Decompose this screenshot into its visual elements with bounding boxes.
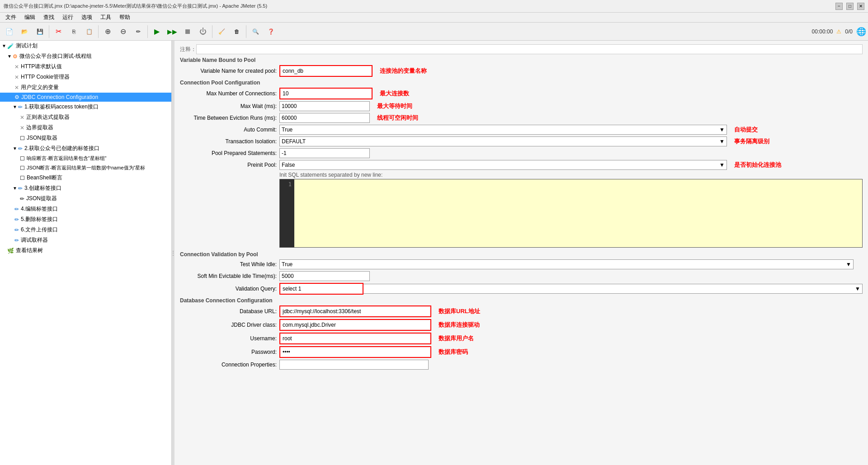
- sql-content[interactable]: [294, 179, 862, 247]
- toolbar-time-area: 00:00:00 ⚠ 0/0 🌐: [812, 27, 866, 37]
- copy-icon: ⎘: [72, 28, 75, 35]
- validation-query-dropdown-btn[interactable]: ▼: [363, 284, 863, 294]
- start-icon: ▶: [154, 27, 160, 36]
- variable-created-input[interactable]: [281, 66, 371, 75]
- transaction-dropdown[interactable]: DEFAULT ▼: [279, 136, 727, 146]
- restore-button[interactable]: □: [846, 3, 854, 10]
- open-button[interactable]: 📂: [17, 24, 32, 39]
- menu-find[interactable]: 查找: [40, 13, 58, 22]
- max-connections-annotation: 最大连接数: [380, 89, 409, 98]
- sidebar-item-regex-extractor[interactable]: ✕ 正则表达式提取器: [0, 112, 171, 122]
- sidebar-item-view-results[interactable]: 🌿 查看结果树: [0, 245, 171, 256]
- password-input[interactable]: [281, 348, 430, 357]
- sidebar-item-jdbc-config[interactable]: ⚙ JDBC Connection Configuration: [0, 93, 171, 102]
- max-wait-label: Max Wait (ms):: [180, 103, 279, 109]
- sidebar-item-edit-tag[interactable]: ✏ 4.编辑标签接口: [0, 204, 171, 214]
- shutdown-button[interactable]: ⏻: [196, 24, 210, 39]
- soft-min-input[interactable]: [279, 271, 370, 281]
- save-button[interactable]: 💾: [33, 24, 47, 39]
- time-between-input[interactable]: [279, 113, 370, 123]
- sidebar-item-test-plan[interactable]: ▼ 🧪 测试计划: [0, 41, 171, 51]
- auto-commit-dropdown[interactable]: True ▼: [279, 125, 727, 135]
- sidebar-label-test-plan: 测试计划: [16, 42, 38, 50]
- menu-tools[interactable]: 工具: [97, 13, 115, 22]
- collapse-button[interactable]: ⊖: [116, 24, 130, 39]
- sidebar-label-json-extractor1: JSON提取器: [27, 134, 57, 142]
- sidebar-item-json-extractor1[interactable]: ☐ JSON提取器: [0, 133, 171, 143]
- sidebar-label-debug-sampler: 调试取样器: [21, 236, 48, 244]
- menu-file[interactable]: 文件: [2, 13, 20, 22]
- sidebar-item-upload[interactable]: ✏ 6.文件上传接口: [0, 225, 171, 235]
- http-defaults-icon: ✕: [14, 64, 19, 70]
- username-input[interactable]: [281, 334, 430, 343]
- test-while-idle-value: True: [282, 261, 292, 268]
- jdbc-driver-input[interactable]: [281, 320, 430, 329]
- clear-button[interactable]: 🧹: [214, 24, 229, 39]
- stop-button[interactable]: ⏹: [180, 24, 195, 39]
- sidebar-item-beanshell[interactable]: ☐ BeanShell断言: [0, 173, 171, 183]
- pool-prepared-input[interactable]: [279, 148, 370, 158]
- validation-query-input[interactable]: [281, 284, 362, 293]
- max-wait-input[interactable]: [279, 101, 370, 111]
- conn-properties-input[interactable]: [279, 360, 429, 370]
- db-url-row: Database URL: 数据库URL地址: [180, 305, 863, 317]
- soft-min-label: Soft Min Evictable Idle Time(ms):: [180, 273, 279, 279]
- menu-edit[interactable]: 编辑: [21, 13, 39, 22]
- sidebar-item-assert-stars[interactable]: ☐ 响应断言-断言返回结果包含"星标组": [0, 154, 171, 163]
- soft-min-row: Soft Min Evictable Idle Time(ms):: [180, 271, 863, 281]
- clear-all-button[interactable]: 🗑: [230, 24, 244, 39]
- sidebar-label-regex-extractor: 正则表达式提取器: [26, 113, 70, 121]
- db-conn-config-header: Database Connection Configuration: [180, 297, 863, 304]
- start-no-pause-button[interactable]: ▶▶: [165, 24, 179, 39]
- minimize-button[interactable]: −: [835, 3, 843, 10]
- stop-icon: ⏹: [184, 28, 191, 36]
- menu-options[interactable]: 选项: [78, 13, 96, 22]
- help-button[interactable]: ❓: [264, 24, 278, 39]
- max-wait-row: Max Wait (ms): 最大等待时间: [180, 101, 863, 111]
- sep5: [246, 25, 246, 38]
- user-vars-icon: ✕: [14, 85, 19, 91]
- edit-button[interactable]: ✏: [131, 24, 146, 39]
- close-button[interactable]: ✕: [857, 3, 864, 10]
- sidebar-item-debug-sampler[interactable]: ✏ 调试取样器: [0, 235, 171, 245]
- content-inner: 注释： Variable Name Bound to Pool Variable…: [175, 41, 868, 375]
- expand-button[interactable]: ⊕: [100, 24, 115, 39]
- menu-run[interactable]: 运行: [59, 13, 77, 22]
- max-connections-input[interactable]: [281, 89, 371, 98]
- sidebar-item-delete-tag[interactable]: ✏ 5.删除标签接口: [0, 214, 171, 225]
- start-button[interactable]: ▶: [150, 24, 164, 39]
- sidebar-item-wechat-group[interactable]: ▼ ⚙ 微信公众平台接口测试-线程组: [0, 51, 171, 61]
- sidebar-item-get-token[interactable]: ▼ ✏ 1.获取鉴权码access token接口: [0, 102, 171, 112]
- sidebar-item-json-extractor2[interactable]: ✏ JSON提取器: [0, 193, 171, 204]
- sidebar-label-json-extractor2: JSON提取器: [26, 195, 57, 202]
- sidebar-item-create-tag[interactable]: ▼ ✏ 3.创建标签接口: [0, 183, 171, 193]
- sidebar-item-http-cookie[interactable]: ✕ HTTP Cookie管理器: [0, 72, 171, 82]
- sep2: [98, 25, 99, 38]
- note-input[interactable]: [196, 44, 863, 54]
- time-between-row: Time Between Eviction Runs (ms): 线程可空闲时间: [180, 113, 863, 123]
- test-while-idle-dropdown[interactable]: True ▼: [279, 259, 854, 269]
- sql-editor[interactable]: 1: [279, 179, 863, 248]
- globe-icon: 🌐: [856, 27, 866, 37]
- new-button[interactable]: [2, 24, 16, 39]
- db-url-input[interactable]: [281, 307, 430, 316]
- sidebar-item-boundary-extractor[interactable]: ✕ 边界提取器: [0, 122, 171, 133]
- cut-button[interactable]: ✂: [51, 24, 66, 39]
- note-row: 注释：: [180, 44, 863, 54]
- sidebar-item-user-vars[interactable]: ✕ 用户定义的变量: [0, 82, 171, 93]
- paste-button[interactable]: 📋: [82, 24, 96, 39]
- copy-button[interactable]: ⎘: [66, 24, 81, 39]
- sidebar-label-json-assert: JSON断言-断言返回结果第一组数据中name值为"星标: [27, 164, 145, 171]
- time-between-annotation: 线程可空闲时间: [377, 114, 418, 122]
- search-button[interactable]: 🔍: [248, 24, 263, 39]
- sidebar-label-create-tag: 3.创建标签接口: [24, 184, 61, 192]
- sidebar-item-json-assert[interactable]: ☐ JSON断言-断言返回结果第一组数据中name值为"星标: [0, 163, 171, 173]
- sidebar-item-http-defaults[interactable]: ✕ HTTP请求默认值: [0, 61, 171, 72]
- sidebar-item-get-tags[interactable]: ▼ ✏ 2.获取公众号已创建的标签接口: [0, 143, 171, 154]
- password-label: Password:: [180, 349, 279, 355]
- validation-query-red-box: [279, 283, 363, 295]
- conn-pool-header: Connection Pool Configuration: [180, 80, 863, 86]
- auto-commit-row: Auto Commit: True ▼ 自动提交: [180, 125, 863, 135]
- preinit-dropdown[interactable]: False ▼: [279, 160, 727, 170]
- menu-help[interactable]: 帮助: [116, 13, 134, 22]
